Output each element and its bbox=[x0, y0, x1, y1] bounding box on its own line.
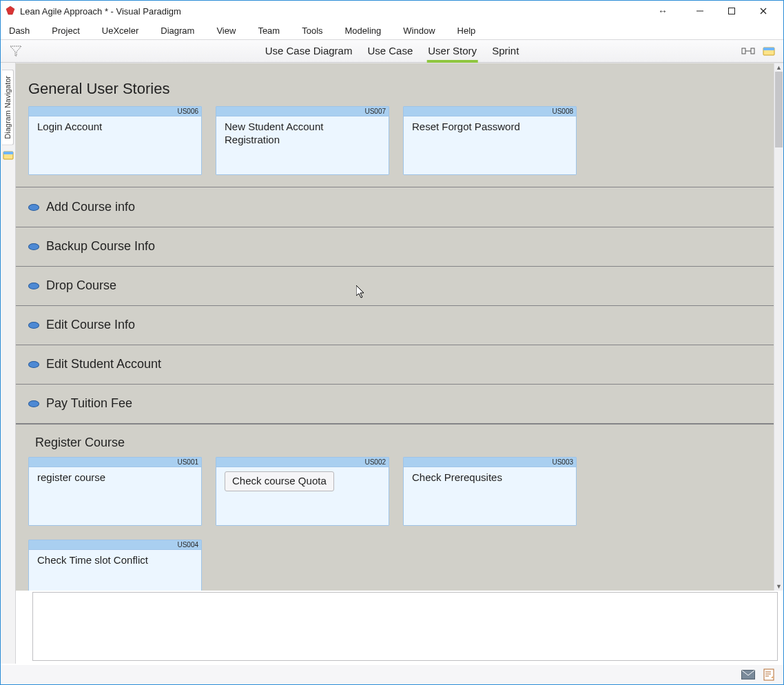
usecase-icon bbox=[28, 283, 39, 289]
usecase-row[interactable]: Edit Course Info bbox=[16, 305, 774, 345]
mail-icon[interactable] bbox=[741, 668, 756, 682]
story-card[interactable]: US007 New Student Account Registration bbox=[216, 106, 389, 175]
story-id: US003 bbox=[552, 458, 573, 467]
scroll-down-icon[interactable]: ▼ bbox=[774, 582, 783, 591]
story-title: Check Prerequsites bbox=[404, 467, 576, 489]
usecase-section-register: Register Course US001 register course US… bbox=[16, 424, 774, 591]
sidebar-tab-diagram-navigator[interactable]: Diagram Navigator bbox=[2, 70, 14, 145]
cards-general: US006 Login Account US007 New Student Ac… bbox=[16, 106, 774, 187]
scroll-up-icon[interactable]: ▲ bbox=[774, 63, 783, 72]
story-card[interactable]: US002 Check course Quota bbox=[216, 457, 389, 526]
usecase-label: Pay Tuition Fee bbox=[46, 396, 132, 411]
menu-team[interactable]: Team bbox=[258, 25, 280, 36]
tab-user-story[interactable]: User Story bbox=[426, 41, 478, 62]
resize-icon[interactable]: ↔ bbox=[657, 5, 669, 17]
usecase-row[interactable]: Add Course info bbox=[16, 187, 774, 227]
menu-modeling[interactable]: Modeling bbox=[345, 25, 382, 36]
window-title: Lean Agile Approach * - Visual Paradigm bbox=[20, 6, 657, 17]
svg-rect-10 bbox=[763, 48, 774, 50]
story-id: US008 bbox=[552, 107, 573, 116]
statusbar bbox=[1, 665, 783, 684]
menu-help[interactable]: Help bbox=[457, 25, 476, 36]
usecase-label: Backup Course Info bbox=[46, 239, 155, 254]
sidebar: Diagram Navigator bbox=[1, 63, 16, 664]
usecase-icon bbox=[28, 204, 39, 211]
usecase-row[interactable]: Register Course bbox=[16, 436, 774, 457]
menu-tools[interactable]: Tools bbox=[302, 25, 322, 36]
tab-use-case[interactable]: Use Case bbox=[366, 41, 414, 62]
menu-dash[interactable]: Dash bbox=[9, 25, 30, 36]
filter-button[interactable] bbox=[6, 42, 25, 60]
canvas-scroll: General User Stories US006 Login Account… bbox=[16, 63, 783, 591]
toolbar: Use Case Diagram Use Case User Story Spr… bbox=[1, 39, 783, 63]
menu-view[interactable]: View bbox=[216, 25, 236, 36]
palette-icon[interactable] bbox=[760, 43, 778, 59]
usecase-row[interactable]: Edit Student Account bbox=[16, 345, 774, 385]
cards-register: US001 register course US002 Check course… bbox=[16, 457, 774, 591]
usecase-row[interactable]: Backup Course Info bbox=[16, 227, 774, 267]
story-card[interactable]: US006 Login Account bbox=[28, 106, 202, 175]
usecase-label: Register Course bbox=[35, 436, 125, 450]
story-card[interactable]: US004 Check Time slot Conflict bbox=[28, 540, 202, 591]
close-button[interactable] bbox=[747, 1, 779, 21]
usecase-label: Edit Student Account bbox=[46, 357, 161, 371]
usecase-icon bbox=[28, 243, 39, 250]
svg-rect-2 bbox=[729, 8, 735, 14]
layout-icon[interactable] bbox=[739, 43, 757, 59]
note-icon[interactable] bbox=[761, 668, 776, 682]
usecase-label: Edit Course Info bbox=[46, 318, 135, 332]
story-id: US002 bbox=[364, 458, 386, 467]
view-tabs: Use Case Diagram Use Case User Story Spr… bbox=[264, 41, 521, 62]
usecase-row[interactable]: Pay Tuition Fee bbox=[16, 384, 774, 424]
story-title: Reset Forgot Password bbox=[404, 116, 576, 138]
story-title: Login Account bbox=[29, 116, 201, 138]
usecase-icon bbox=[28, 361, 39, 368]
vertical-scrollbar[interactable]: ▲ ▼ bbox=[774, 63, 783, 591]
description-panel[interactable] bbox=[32, 592, 778, 661]
svg-rect-12 bbox=[3, 152, 13, 154]
usecase-row[interactable]: Drop Course bbox=[16, 266, 774, 306]
svg-marker-5 bbox=[10, 46, 21, 56]
sidebar-palette-icon[interactable] bbox=[3, 150, 14, 161]
tab-sprint[interactable]: Sprint bbox=[491, 41, 520, 62]
workarea: Diagram Navigator General User Stories U… bbox=[1, 63, 783, 664]
story-id: US007 bbox=[364, 107, 386, 116]
tab-use-case-diagram[interactable]: Use Case Diagram bbox=[264, 41, 354, 62]
story-id: US006 bbox=[177, 107, 198, 116]
menu-diagram[interactable]: Diagram bbox=[161, 25, 194, 36]
minimize-button[interactable] bbox=[684, 1, 716, 21]
story-card[interactable]: US003 Check Prerequsites bbox=[403, 457, 577, 526]
usecase-label: Drop Course bbox=[46, 278, 116, 293]
usecase-label: Add Course info bbox=[46, 200, 135, 214]
menu-window[interactable]: Window bbox=[403, 25, 435, 36]
menu-project[interactable]: Project bbox=[52, 25, 79, 36]
usecase-icon bbox=[28, 322, 39, 329]
svg-rect-15 bbox=[764, 669, 774, 680]
app-icon bbox=[5, 6, 16, 17]
canvas[interactable]: General User Stories US006 Login Account… bbox=[16, 63, 774, 591]
scroll-thumb[interactable] bbox=[775, 72, 783, 147]
story-title: New Student Account Registration bbox=[216, 116, 389, 151]
svg-rect-7 bbox=[751, 48, 754, 54]
story-title: register course bbox=[29, 467, 201, 489]
maximize-button[interactable] bbox=[716, 1, 747, 21]
titlebar: Lean Agile Approach * - Visual Paradigm … bbox=[1, 1, 783, 21]
menubar: Dash Project UeXceler Diagram View Team … bbox=[1, 21, 783, 39]
story-card[interactable]: US001 register course bbox=[28, 457, 202, 526]
svg-rect-6 bbox=[742, 48, 745, 54]
story-title: Check Time slot Conflict bbox=[29, 550, 201, 571]
story-title: Check course Quota bbox=[225, 471, 334, 491]
section-title-general: General User Stories bbox=[16, 63, 774, 106]
svg-marker-0 bbox=[6, 6, 14, 14]
usecase-icon bbox=[28, 400, 39, 407]
canvas-wrap: General User Stories US006 Login Account… bbox=[16, 63, 783, 664]
menu-uexceler[interactable]: UeXceler bbox=[102, 25, 138, 36]
story-id: US001 bbox=[177, 458, 198, 467]
story-card[interactable]: US008 Reset Forgot Password bbox=[403, 106, 577, 175]
story-id: US004 bbox=[177, 540, 198, 550]
